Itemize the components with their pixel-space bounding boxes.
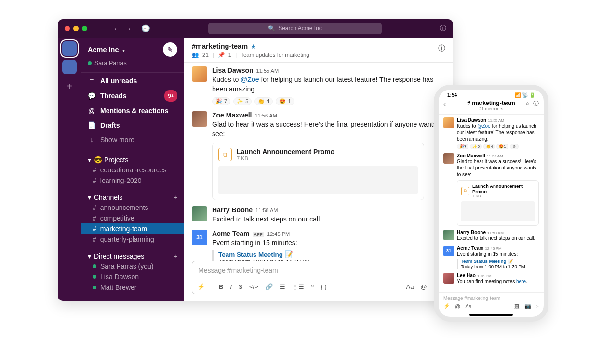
calendar-icon[interactable]: 31: [192, 230, 207, 245]
bold-icon[interactable]: B: [219, 283, 223, 290]
channel-info-icon[interactable]: ⓘ: [438, 44, 445, 53]
message-author[interactable]: Lisa Dawson: [212, 66, 254, 74]
add-workspace-button[interactable]: +: [67, 81, 72, 92]
section-channels[interactable]: ▾ Channels +: [81, 191, 184, 202]
quote-icon[interactable]: ❝: [311, 283, 314, 290]
pin-count[interactable]: 1: [228, 52, 231, 58]
sidebar-threads[interactable]: 💬 Threads 9+: [81, 88, 184, 104]
channel-educational-resources[interactable]: #educational-resources: [81, 165, 184, 175]
reaction[interactable]: 😍1: [276, 97, 294, 105]
workspace-menu[interactable]: Acme Inc ▾: [88, 46, 125, 53]
composer-placeholder: Message #marketing-team: [198, 266, 278, 274]
add-channel-button[interactable]: +: [174, 194, 177, 201]
workspace-switch-1[interactable]: [62, 41, 77, 56]
channel-announcements[interactable]: #announcements: [81, 202, 184, 213]
mention-icon[interactable]: @: [421, 283, 427, 290]
calendar-event[interactable]: Team Status Meeting 📝 Today from 1:00 PM…: [457, 259, 539, 269]
shortcuts-icon[interactable]: ⚡: [443, 303, 450, 309]
format-icon[interactable]: Aa: [406, 283, 414, 290]
calendar-event[interactable]: Team Status Meeting 📝 Today from 1:00 PM…: [212, 250, 445, 261]
reaction[interactable]: 👏4: [483, 144, 495, 149]
maximize-window-icon[interactable]: [82, 26, 87, 31]
workspace-switch-2[interactable]: [62, 60, 77, 74]
camera-icon[interactable]: 📷: [524, 303, 531, 309]
message-author[interactable]: Harry Boone: [212, 206, 253, 214]
message-text: Kudos to @Zoe for helping us launch our …: [212, 75, 445, 94]
sidebar-all-unreads[interactable]: ≡ All unreads: [81, 74, 184, 88]
message-author[interactable]: Acme Team: [212, 230, 250, 237]
dm-matt-brewer[interactable]: Matt Brewer: [81, 282, 184, 293]
reaction[interactable]: 🎉7: [457, 144, 468, 149]
avatar[interactable]: [192, 66, 207, 82]
reaction[interactable]: 😍1: [496, 144, 508, 149]
minimize-window-icon[interactable]: [73, 26, 79, 31]
reaction[interactable]: ✨5: [233, 97, 252, 105]
strike-icon[interactable]: S̶: [239, 283, 242, 290]
add-dm-button[interactable]: +: [174, 252, 177, 260]
reaction[interactable]: ✨5: [470, 144, 481, 149]
avatar[interactable]: [443, 153, 454, 164]
forward-icon[interactable]: →: [124, 25, 132, 33]
new-message-button[interactable]: ✎: [163, 42, 177, 57]
avatar[interactable]: [443, 273, 454, 284]
sidebar-drafts[interactable]: 📄 Drafts: [81, 118, 184, 132]
phone-composer-input[interactable]: Message #marketing-team: [443, 296, 539, 303]
sidebar-mentions[interactable]: @ Mentions & reactions: [81, 104, 184, 118]
message-list[interactable]: Lisa Dawson 11:55 AM Kudos to @Zoe for h…: [184, 63, 453, 261]
search-icon[interactable]: ⌕: [526, 100, 529, 108]
mention-icon[interactable]: @: [455, 303, 460, 309]
presence-active-icon: [88, 61, 92, 65]
code-icon[interactable]: </>: [249, 283, 258, 290]
section-projects[interactable]: ▾ 😎 Projects: [81, 153, 184, 165]
file-attachment[interactable]: ⧉ Launch Announcement Promo 7 KB: [212, 143, 424, 200]
sidebar-show-more[interactable]: ↓ Show more: [81, 132, 184, 147]
home-indicator[interactable]: [469, 314, 513, 316]
channel-marketing-team[interactable]: #marketing-team: [81, 223, 184, 234]
current-user[interactable]: Sara Parras: [81, 60, 184, 71]
member-count[interactable]: 21: [202, 52, 209, 58]
bullet-list-icon[interactable]: ⋮☰: [292, 283, 304, 290]
avatar[interactable]: [192, 111, 207, 127]
message: 31 Acme Team12:45 PM Event starting in 1…: [443, 246, 539, 270]
reaction[interactable]: 🎉7: [212, 97, 230, 105]
reaction[interactable]: 👏4: [254, 97, 273, 105]
shortcuts-icon[interactable]: ⚡: [197, 283, 205, 290]
message: Lisa Dawson 11:55 AM Kudos to @Zoe for h…: [192, 66, 445, 105]
ordered-list-icon[interactable]: ☰: [280, 283, 285, 290]
dm-lisa-dawson[interactable]: Lisa Dawson: [81, 272, 184, 282]
channel-title[interactable]: #marketing-team: [192, 42, 248, 50]
channel-learning-2020[interactable]: #learning-2020: [81, 175, 184, 186]
channel-quarterly-planning[interactable]: #quarterly-planning: [81, 234, 184, 245]
code-block-icon[interactable]: { }: [321, 283, 327, 290]
link-icon[interactable]: 🔗: [265, 283, 273, 290]
italic-icon[interactable]: I: [230, 283, 232, 290]
close-window-icon[interactable]: [65, 26, 70, 31]
avatar[interactable]: [192, 206, 207, 221]
format-icon[interactable]: Aa: [465, 303, 471, 309]
add-reaction-icon[interactable]: ☺: [510, 144, 519, 149]
dm-sara-parras[interactable]: Sara Parras (you): [81, 261, 184, 272]
channel-topic[interactable]: Team updates for marketing: [241, 52, 309, 58]
avatar[interactable]: [443, 117, 454, 128]
send-icon[interactable]: ▹: [536, 303, 539, 309]
composer-input[interactable]: Message #marketing-team: [192, 261, 445, 279]
message-time: 11:56 AM: [254, 113, 277, 118]
section-dms[interactable]: ▾ Direct messages +: [81, 249, 184, 261]
phone-header: ‹ # marketing-team 21 members ⌕ ⓘ: [439, 99, 544, 115]
search-input[interactable]: 🔍 Search Acme Inc: [208, 23, 382, 34]
back-icon[interactable]: ‹: [443, 100, 446, 108]
help-icon[interactable]: ⓘ: [440, 24, 446, 33]
main-panel: #marketing-team ★ 👥21 | 📌1 | Team update…: [184, 38, 453, 301]
channel-competitive[interactable]: #competitive: [81, 213, 184, 223]
attach-icon[interactable]: 🖼: [514, 303, 520, 309]
mention[interactable]: @Zoe: [241, 76, 259, 83]
history-icon[interactable]: 🕘: [141, 24, 150, 33]
calendar-icon[interactable]: 31: [443, 246, 454, 256]
star-icon[interactable]: ★: [251, 43, 256, 50]
info-icon[interactable]: ⓘ: [533, 100, 539, 108]
phone-message-list[interactable]: Lisa Dawson11:55 AM Kudos to @Zoe for he…: [439, 115, 544, 292]
message-author[interactable]: Zoe Maxwell: [212, 111, 252, 119]
avatar[interactable]: [443, 230, 454, 240]
file-attachment[interactable]: ⧉ Launch Announcement Promo 7 KB: [457, 180, 539, 226]
back-icon[interactable]: ←: [113, 25, 120, 33]
